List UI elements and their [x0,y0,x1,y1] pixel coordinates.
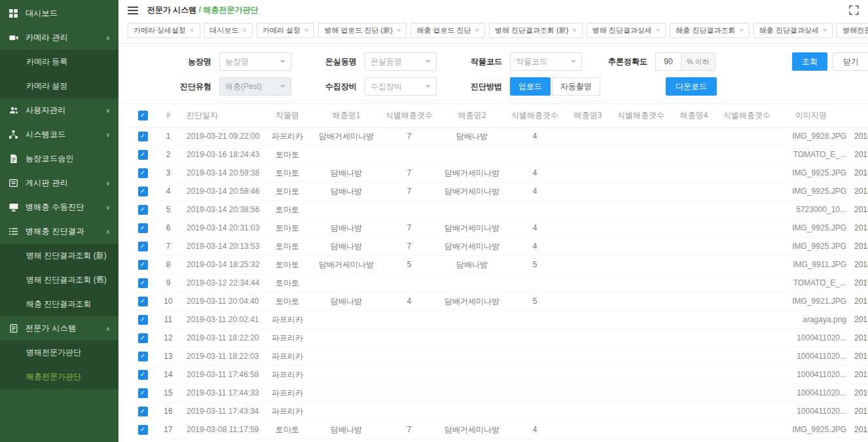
tab-item[interactable]: 해충 진단결과상세× [753,23,833,38]
cell [719,384,774,402]
method-auto-button[interactable]: 자동촬영 [552,77,600,96]
sidebar-item[interactable]: 병해충 수동진단∨ [0,195,118,219]
cell: 2019-03-11 18:22:03 [183,347,264,365]
tab-item[interactable]: 병해 진단결과조회 (新)× [489,23,583,38]
table-row[interactable]: ✓122019-03-11 18:22:20파프리카1000411020...2… [132,329,868,347]
cell: IMG_9925.JPG [774,219,848,237]
table-row[interactable]: ✓162019-03-11 17:43:34파프리카1000411020...2… [132,402,868,420]
row-checkbox[interactable]: ✓ [138,333,148,343]
sidebar-subitem[interactable]: 병해 진단결과조회 (舊) [0,268,118,292]
tab-item[interactable]: 병해전문가판단× [837,23,868,38]
sidebar-item[interactable]: 전문가 시스템∧ [0,316,118,341]
sidebar-item[interactable]: 카메라 관리∧ [0,26,118,50]
tab-item[interactable]: 병해 업로드 진단 (新)× [318,23,407,38]
tab-item[interactable]: 해충 진단결과조회× [670,23,750,38]
table-row[interactable]: ✓112019-03-11 20:02:41파프리카aragaya.png201 [132,310,868,329]
tab-item[interactable]: 카메라 설정× [257,23,315,38]
tab-close-icon[interactable]: × [656,27,660,34]
sidebar-item[interactable]: 시스템코드∨ [0,122,118,147]
table-row[interactable]: ✓172019-03-08 11:17:59토마토담배나방7담배거세미나방4IM… [132,420,868,439]
table-row[interactable]: ✓22019-03-16 18:24:43토마토TOMATO_E_...2019 [132,145,868,164]
tab-close-icon[interactable]: × [739,27,743,34]
row-checkbox[interactable]: ✓ [138,425,148,435]
download-button[interactable]: 다운로드 [666,77,717,96]
crop-select[interactable]: 작물코드 [510,52,582,71]
row-checkbox[interactable]: ✓ [138,168,148,178]
sidebar-subitem[interactable]: 해충 진단결과조회 [0,292,118,316]
tab-item[interactable]: 카메라 상세설정× [128,23,200,38]
hamburger-menu-icon[interactable] [128,7,138,14]
table-row[interactable]: ✓12019-03-21 09:22:00파프리카담배거세미나방7담배나방4IM… [132,127,868,145]
row-checkbox[interactable]: ✓ [138,352,148,361]
row-checkbox[interactable]: ✓ [138,242,148,251]
tab-item[interactable]: 해충 업로드 진단× [410,23,485,38]
column-header: 해충명2 [437,104,507,127]
row-checkbox[interactable]: ✓ [138,388,148,398]
table-row[interactable]: ✓132019-03-11 18:22:03파프리카1000411020...2… [132,347,868,365]
system-code-icon [9,130,18,139]
row-checkbox[interactable]: ✓ [138,297,148,306]
sidebar-item[interactable]: 대시보드 [0,1,118,26]
table-row[interactable]: ✓142019-03-11 17:46:58파프리카1000411020...2… [132,365,868,384]
sidebar-subitem[interactable]: 병해 진단결과조회 (新) [0,244,118,268]
sidebar-subitem[interactable]: 카메라 설정 [0,74,118,98]
table-row[interactable]: ✓42019-03-14 20:58:46토마토담배나방7담배거세미나방4IMG… [132,182,868,200]
sidebar-item[interactable]: 병해충 진단결과∧ [0,219,118,244]
tab-close-icon[interactable]: × [823,27,827,34]
table-row[interactable]: ✓72019-03-14 20:13:53토마토담배나방7담배거세미나방4IMG… [132,237,868,255]
row-checkbox[interactable]: ✓ [138,187,148,196]
tab-close-icon[interactable]: × [304,27,308,34]
chevron-down-icon: ∨ [105,180,110,187]
select-all-checkbox[interactable]: ✓ [138,111,148,120]
row-checkbox[interactable]: ✓ [138,370,148,380]
method-segment: 업로드 자동촬영 [510,77,600,96]
tab-close-icon[interactable]: × [243,27,247,34]
table-row[interactable]: ✓32019-03-14 20:59:38토마토담배나방7담배거세미나방4IMG… [132,164,868,182]
tab-close-icon[interactable]: × [397,27,401,34]
sidebar-item[interactable]: 사용자관리∨ [0,98,118,122]
sidebar-subitem[interactable]: 병해전문가판단 [0,341,118,365]
accuracy-input[interactable] [655,52,681,71]
greenhouse-select[interactable]: 온실동명 [365,52,437,71]
cell [311,145,382,164]
tab-close-icon[interactable]: × [572,27,576,34]
row-checkbox[interactable]: ✓ [138,260,148,270]
row-checkbox-cell: ✓ [132,127,154,145]
sidebar-subitem[interactable]: 카메라 등록 [0,50,118,74]
table-row[interactable]: ✓152019-03-11 17:44:33파프리카1000411020...2… [132,384,868,402]
chevron-down-icon: ∨ [105,204,110,211]
table-row[interactable]: ✓92019-03-12 22:34:44토마토TOMATO_E_...2019 [132,274,868,292]
cell: 10 [154,292,183,310]
table-row[interactable]: ✓52019-03-14 20:38:56토마토5723000_10...201… [132,200,868,219]
table-row[interactable]: ✓62019-03-14 20:31:03토마토담배나방7담배거세미나방4IMG… [132,219,868,237]
table-row[interactable]: ✓102019-03-11 20:04:40토마토담배나방4담배거세미나방5IM… [132,292,868,310]
close-button[interactable]: 닫기 [833,52,868,71]
row-checkbox[interactable]: ✓ [138,223,148,233]
search-button[interactable]: 조회 [792,52,827,71]
fullscreen-icon[interactable] [849,5,859,15]
cell [719,347,774,365]
tab-close-icon[interactable]: × [190,27,194,34]
method-upload-button[interactable]: 업로드 [510,77,551,96]
cell [613,329,668,347]
row-checkbox[interactable]: ✓ [138,278,148,288]
row-checkbox[interactable]: ✓ [138,205,148,215]
tab-close-icon[interactable]: × [475,27,479,34]
tab-label: 병해전문가판단 [842,26,868,35]
equipment-select[interactable]: 수집장비 [365,77,437,96]
sidebar-item[interactable]: 농장코드승인 [0,147,118,171]
tab-item[interactable]: 병해 진단결과상세× [587,23,666,38]
cell [562,347,613,365]
row-checkbox[interactable]: ✓ [138,407,148,416]
cell [719,329,774,347]
tab-item[interactable]: 대시보드× [204,23,253,38]
row-checkbox[interactable]: ✓ [138,315,148,325]
sidebar-item[interactable]: 게시판 관리∨ [0,171,118,195]
table-row[interactable]: ✓82019-03-14 18:25:32토마토담배거세미나방5담배나방5IMG… [132,255,868,274]
row-checkbox[interactable]: ✓ [138,132,148,141]
sidebar-subitem[interactable]: 해충전문가판단 [0,365,118,389]
row-checkbox[interactable]: ✓ [138,150,148,160]
farm-select[interactable]: 농장명 [219,52,291,71]
diagnosis-type-select[interactable]: 해충(Pest) [219,77,291,96]
cell [562,219,613,237]
